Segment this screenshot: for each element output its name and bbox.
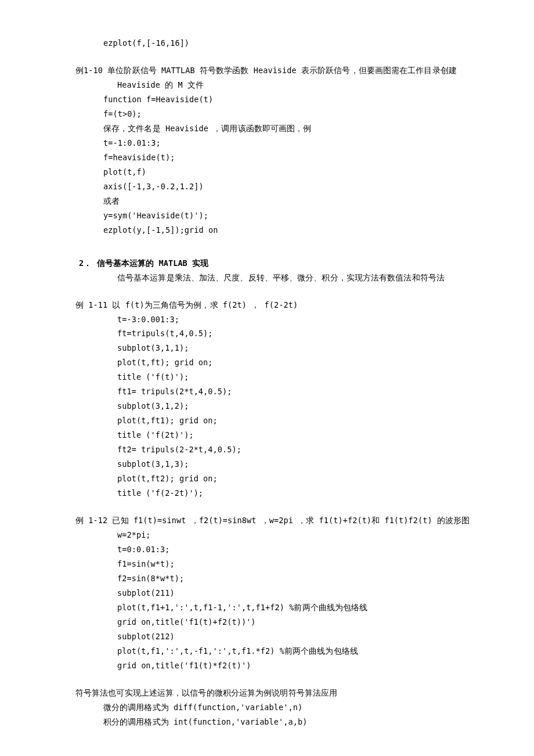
code-line: f2=sin(8*w*t); [75, 571, 470, 586]
example-1-10-title-line2: Heaviside 的 M 文件 [75, 78, 470, 92]
document-page: ezplot(f,[-16,16]) 例1-10 单位阶跃信号 MATTLAB … [0, 0, 534, 756]
section-2-intro: 信号基本运算是乘法、加法、尺度、反转、平移、微分、积分，实现方法有数值法和符号法 [75, 271, 470, 285]
code-line: f=(t>0); [75, 107, 470, 121]
code-line: plot(t,ft2); grid on; [75, 471, 470, 486]
code-line: ezplot(y,[-1,5]);grid on [75, 223, 470, 237]
spacer [75, 285, 470, 298]
code-line: axis([-1,3,-0.2,1.2]) [75, 179, 470, 194]
code-line: 微分的调用格式为 diff(function,'variable',n) [75, 700, 470, 715]
code-line: subplot(3,1,3); [75, 457, 470, 471]
spacer [75, 51, 470, 63]
code-line: f=heaviside(t); [75, 150, 470, 165]
code-line: f1=sin(w*t); [75, 557, 470, 571]
code-line: 或者 [75, 194, 470, 208]
example-1-12-title: 例 1-12 已知 f1(t)=sinwt ，f2(t)=sin8wt ，w=2… [75, 513, 470, 528]
code-line: plot(t,f) [75, 165, 470, 179]
code-line: plot(t,f1,':',t,-f1,':',t,f1.*f2) %前两个曲线… [75, 644, 470, 658]
code-line: title ('f(t)'); [75, 370, 470, 384]
spacer [75, 237, 470, 250]
code-line: plot(t,ft); grid on; [75, 355, 470, 370]
code-line: t=-1:0.01:3; [75, 136, 470, 150]
code-line: plot(t,ft1); grid on; [75, 413, 470, 428]
code-line: function f=Heaviside(t) [75, 92, 470, 107]
code-line: w=2*pi; [75, 528, 470, 542]
code-line: title ('f(2t)'); [75, 428, 470, 442]
spacer [75, 501, 470, 513]
code-line: t=-3:0.001:3; [75, 312, 470, 327]
code-line: t=0:0.01:3; [75, 542, 470, 557]
example-1-11-title: 例 1-11 以 f(t)为三角信号为例，求 f(2t) ， f(2-2t) [75, 298, 470, 312]
symbolic-note-title: 符号算法也可实现上述运算，以信号的微积分运算为例说明符号算法应用 [75, 686, 470, 700]
code-line: y=sym('Heaviside(t)'); [75, 208, 470, 223]
code-line: ft2= tripuls(2-2*t,4,0.5); [75, 442, 470, 457]
code-line: plot(t,f1+1,':',t,f1-1,':',t,f1+f2) %前两个… [75, 600, 470, 615]
code-line: ft1= tripuls(2*t,4,0.5); [75, 384, 470, 399]
code-line: 保存，文件名是 Heaviside ，调用该函数即可画图，例 [75, 121, 470, 136]
code-line: title ('f(2-2t)'); [75, 486, 470, 501]
example-1-10-title: 例1-10 单位阶跃信号 MATTLAB 符号数学函数 Heaviside 表示… [75, 63, 470, 78]
code-line: ft=tripuls(t,4,0.5); [75, 326, 470, 341]
code-line: subplot(3,1,2); [75, 399, 470, 413]
spacer [75, 673, 470, 686]
code-line: 积分的调用格式为 int(function,'variable',a,b) [75, 715, 470, 729]
code-line: grid on,title('f1(t)+f2(t))') [75, 615, 470, 629]
code-line: subplot(212) [75, 629, 470, 644]
code-line: grid on,title('f1(t)*f2(t)') [75, 658, 470, 673]
code-line: ezplot(f,[-16,16]) [75, 36, 470, 51]
code-line: subplot(211) [75, 586, 470, 600]
section-2-heading: 2． 信号基本运算的 MATLAB 实现 [75, 256, 470, 271]
code-line: subplot(3,1,1); [75, 341, 470, 355]
